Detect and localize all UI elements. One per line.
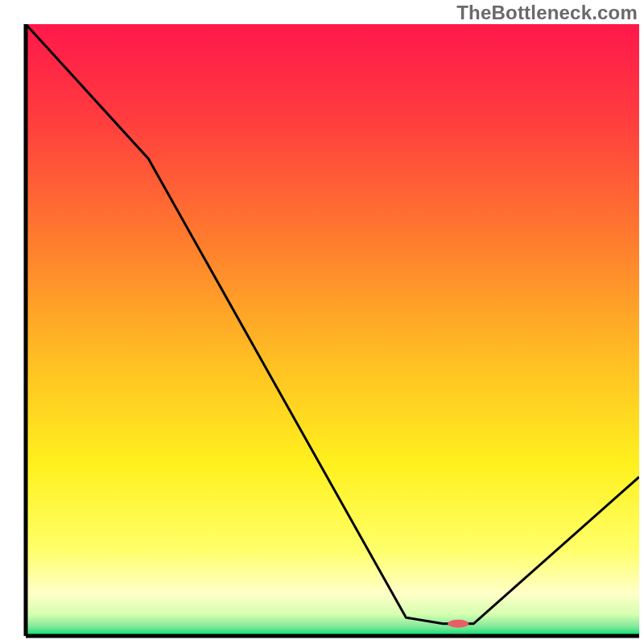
plot-background — [26, 24, 639, 636]
chart-svg — [0, 0, 644, 644]
optimum-marker — [448, 620, 469, 628]
bottleneck-chart: TheBottleneck.com — [0, 0, 644, 644]
watermark-text: TheBottleneck.com — [456, 2, 638, 24]
